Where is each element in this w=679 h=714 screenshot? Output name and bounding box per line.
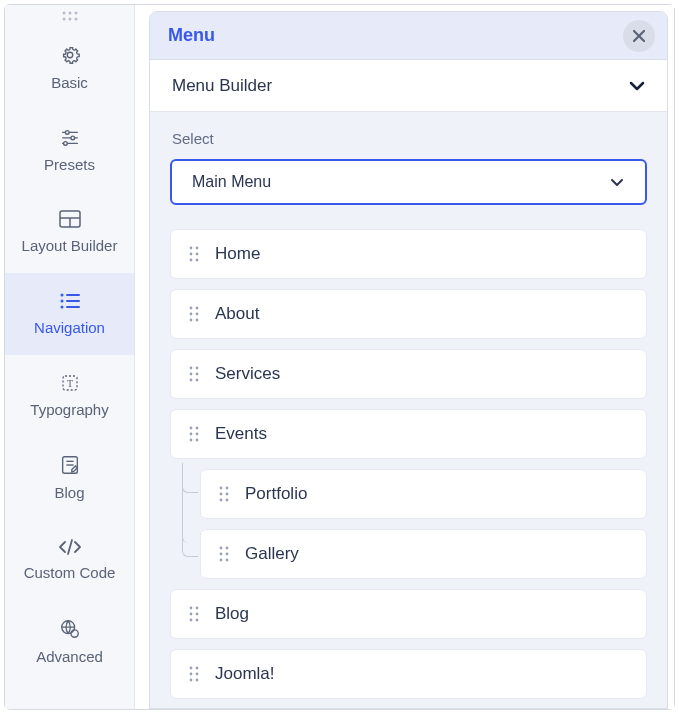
sidebar-grip-icon[interactable] [5, 5, 134, 27]
sidebar-item-presets[interactable]: Presets [5, 109, 134, 191]
svg-point-48 [190, 379, 193, 382]
svg-point-56 [220, 487, 223, 490]
svg-point-43 [196, 319, 199, 322]
menu-item-about[interactable]: About [170, 289, 647, 339]
menu-item-gallery[interactable]: Gallery [200, 529, 647, 579]
menu-item-home[interactable]: Home [170, 229, 647, 279]
menu-item-services[interactable]: Services [170, 349, 647, 399]
menu-item-portfolio[interactable]: Portfolio [200, 469, 647, 519]
menu-item-label: Joomla! [215, 664, 275, 684]
svg-point-65 [226, 553, 229, 556]
svg-point-32 [190, 247, 193, 250]
menu-select[interactable]: Main Menu [170, 159, 647, 205]
sidebar-item-advanced[interactable]: Advanced [5, 601, 134, 683]
svg-point-18 [60, 300, 63, 303]
svg-point-61 [226, 499, 229, 502]
sidebar-item-blog[interactable]: Blog [5, 437, 134, 519]
svg-point-35 [196, 253, 199, 256]
drag-handle-icon[interactable] [189, 306, 199, 322]
svg-point-76 [190, 673, 193, 676]
svg-point-42 [190, 319, 193, 322]
svg-point-0 [62, 12, 65, 15]
svg-point-68 [190, 607, 193, 610]
svg-point-3 [62, 18, 65, 21]
menu-item-label: Portfolio [245, 484, 307, 504]
svg-point-38 [190, 307, 193, 310]
svg-point-67 [226, 559, 229, 562]
menu-builder-header[interactable]: Menu Builder [150, 60, 667, 112]
sidebar-item-label: Layout Builder [22, 237, 118, 254]
svg-point-78 [190, 679, 193, 682]
sidebar-item-custom-code[interactable]: Custom Code [5, 519, 134, 601]
gear-icon [59, 44, 81, 66]
svg-point-44 [190, 367, 193, 370]
svg-text:T: T [66, 378, 72, 389]
svg-point-29 [70, 630, 77, 637]
chevron-down-icon [609, 177, 625, 187]
panel-title: Menu [168, 25, 623, 46]
code-icon [58, 538, 82, 556]
menu-item-events[interactable]: Events [170, 409, 647, 459]
sidebar-item-label: Typography [30, 401, 108, 418]
drag-handle-icon[interactable] [219, 546, 229, 562]
sidebar: Basic Presets Layout Builder Navigation … [5, 5, 135, 709]
svg-point-60 [220, 499, 223, 502]
panel-header: Menu [150, 12, 667, 60]
sidebar-item-label: Basic [51, 74, 88, 91]
svg-point-40 [190, 313, 193, 316]
svg-point-47 [196, 373, 199, 376]
sidebar-item-basic[interactable]: Basic [5, 27, 134, 109]
sidebar-item-label: Advanced [36, 648, 103, 665]
svg-point-75 [196, 667, 199, 670]
list-icon [58, 291, 82, 311]
panel-body: Select Main Menu Home [150, 112, 667, 708]
svg-point-6 [67, 52, 73, 58]
drag-handle-icon[interactable] [189, 246, 199, 262]
drag-handle-icon[interactable] [189, 426, 199, 442]
layout-icon [58, 209, 82, 229]
menu-item-label: Services [215, 364, 280, 384]
close-button[interactable] [623, 20, 655, 52]
svg-point-52 [190, 433, 193, 436]
menu-item-joomla[interactable]: Joomla! [170, 649, 647, 699]
sidebar-item-navigation[interactable]: Navigation [5, 273, 134, 355]
sidebar-item-label: Blog [54, 484, 84, 501]
svg-point-34 [190, 253, 193, 256]
svg-point-4 [68, 18, 71, 21]
menu-panel: Menu Menu Builder Select Main Menu [149, 11, 668, 709]
sliders-icon [59, 126, 81, 148]
svg-point-2 [74, 12, 77, 15]
type-icon: T [58, 373, 82, 393]
drag-handle-icon[interactable] [189, 366, 199, 382]
select-value: Main Menu [192, 173, 609, 191]
svg-point-57 [226, 487, 229, 490]
menu-item-blog[interactable]: Blog [170, 589, 647, 639]
menu-item-label: Home [215, 244, 260, 264]
select-label: Select [172, 130, 647, 147]
svg-point-5 [74, 18, 77, 21]
svg-point-58 [220, 493, 223, 496]
sidebar-item-typography[interactable]: T Typography [5, 355, 134, 437]
svg-point-59 [226, 493, 229, 496]
svg-point-10 [70, 136, 74, 140]
svg-point-64 [220, 553, 223, 556]
drag-handle-icon[interactable] [219, 486, 229, 502]
svg-point-73 [196, 619, 199, 622]
svg-point-72 [190, 619, 193, 622]
svg-point-33 [196, 247, 199, 250]
svg-point-1 [68, 12, 71, 15]
svg-point-53 [196, 433, 199, 436]
tree-connector [182, 491, 198, 557]
tree-connector [182, 463, 198, 493]
sidebar-item-label: Presets [44, 156, 95, 173]
sidebar-item-layout-builder[interactable]: Layout Builder [5, 191, 134, 273]
menu-item-label: Blog [215, 604, 249, 624]
svg-point-16 [60, 294, 63, 297]
svg-point-37 [196, 259, 199, 262]
drag-handle-icon[interactable] [189, 606, 199, 622]
svg-point-12 [63, 142, 67, 146]
blog-icon [59, 454, 81, 476]
svg-point-20 [60, 306, 63, 309]
drag-handle-icon[interactable] [189, 666, 199, 682]
close-icon [632, 29, 646, 43]
